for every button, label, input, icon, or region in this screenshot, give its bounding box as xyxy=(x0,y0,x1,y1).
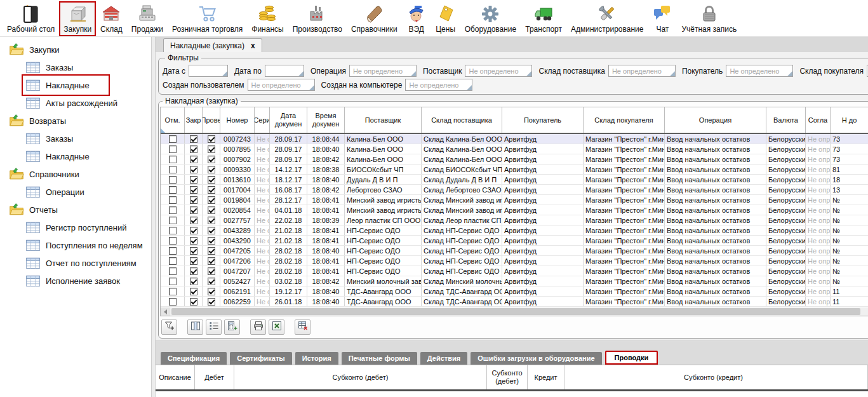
marked-checkbox[interactable] xyxy=(169,237,177,245)
table-row[interactable]: 0017004 Не о 16.08.17 18:08:42 Лебортово… xyxy=(161,185,868,195)
detail-tab[interactable]: Сертификаты xyxy=(230,352,292,365)
closed-checkbox[interactable] xyxy=(190,156,197,163)
toolbar-button[interactable]: Финансы xyxy=(247,1,288,36)
closed-checkbox[interactable] xyxy=(190,257,197,265)
column-header-date[interactable]: Дата докумен xyxy=(270,107,307,133)
tree-item[interactable]: Поступления по неделям xyxy=(0,236,151,254)
closed-checkbox[interactable] xyxy=(190,247,197,255)
closed-checkbox[interactable] xyxy=(190,166,197,173)
closed-checkbox[interactable] xyxy=(190,196,197,204)
numbering-button[interactable] xyxy=(206,320,222,335)
column-header-currency[interactable]: Валюта xyxy=(766,107,806,133)
posted-checkbox[interactable] xyxy=(208,298,215,306)
posted-checkbox[interactable] xyxy=(208,135,215,143)
marked-checkbox[interactable] xyxy=(169,186,177,194)
table-row[interactable]: 0009330 Не о 14.12.17 18:08:38 БИОСОКсбы… xyxy=(161,165,868,175)
filter-input[interactable]: Не определено xyxy=(405,79,472,91)
table-row[interactable]: 0007243 Не о 28.09.17 18:08:44 Калина-Бе… xyxy=(161,134,868,144)
scroll-left-icon[interactable] xyxy=(161,307,170,316)
toolbar-button[interactable]: Рабочий стол xyxy=(3,1,59,36)
closed-checkbox[interactable] xyxy=(190,206,197,214)
toolbar-button[interactable]: Транспорт xyxy=(521,1,566,36)
tab-close-icon[interactable]: x xyxy=(251,42,255,50)
table-settings-button[interactable] xyxy=(295,320,310,335)
tab-invoices-purchase[interactable]: Накладные (закупка) x xyxy=(163,38,262,52)
closed-checkbox[interactable] xyxy=(190,176,197,184)
marked-checkbox[interactable] xyxy=(169,227,177,234)
filter-input[interactable]: Не определено xyxy=(248,79,315,91)
columns-button[interactable] xyxy=(187,320,203,335)
table-row[interactable]: 0043289 Не о 21.02.18 18:08:41 НП-Сервис… xyxy=(161,225,868,236)
posted-checkbox[interactable] xyxy=(208,156,215,163)
toolbar-button[interactable]: Розничная торговля xyxy=(168,1,247,36)
tree-item[interactable]: Отчеты xyxy=(0,201,151,219)
posted-checkbox[interactable] xyxy=(208,176,215,184)
marked-checkbox[interactable] xyxy=(169,206,177,214)
toolbar-button[interactable]: Администрирование xyxy=(566,1,648,36)
closed-checkbox[interactable] xyxy=(190,217,197,224)
table-row[interactable]: 0062191 Не о 19.12.17 18:08:40 ТДС-Аванг… xyxy=(161,286,868,297)
posted-checkbox[interactable] xyxy=(208,186,215,194)
toolbar-button[interactable]: Закупки xyxy=(59,1,96,36)
print-button[interactable] xyxy=(250,320,266,335)
tree-item[interactable]: Исполнение заявок xyxy=(0,272,151,290)
marked-checkbox[interactable] xyxy=(169,176,177,184)
tree-item[interactable]: Закупки xyxy=(0,41,151,58)
posted-checkbox[interactable] xyxy=(208,166,215,173)
toolbar-button[interactable]: Учётная запись xyxy=(677,1,741,36)
toolbar-button[interactable]: Продажи xyxy=(127,1,168,36)
filter-add-button[interactable] xyxy=(161,320,177,335)
column-header-marked[interactable]: Отм. xyxy=(161,107,185,133)
tree-item[interactable]: Накладные xyxy=(0,147,151,165)
table-row[interactable]: 0047206 Не о 28.02.18 18:08:41 НП-Сервис… xyxy=(161,256,868,266)
table-row[interactable]: 0062259 Не о 26.01.18 18:08:40 ТДС-Аванг… xyxy=(161,297,868,307)
column-header-buyer[interactable]: Покупатель xyxy=(502,107,584,133)
posted-checkbox[interactable] xyxy=(208,278,215,285)
tree-item[interactable]: Справочники xyxy=(0,165,151,183)
filter-input[interactable] xyxy=(189,65,228,77)
tree-item[interactable]: Акты расхождений xyxy=(0,94,151,112)
closed-checkbox[interactable] xyxy=(190,267,197,275)
tree-item[interactable]: Регистр поступлений xyxy=(0,219,151,236)
column-header-agreed[interactable]: Согла xyxy=(806,107,831,133)
tree-item[interactable]: Отчет по поступлениям xyxy=(0,254,151,272)
column-header-closed[interactable]: Закр xyxy=(185,107,203,133)
posted-checkbox[interactable] xyxy=(208,196,215,204)
tree-item[interactable]: Заказы xyxy=(0,130,151,147)
export-excel-button[interactable] xyxy=(269,320,284,335)
detail-tab[interactable]: История xyxy=(295,352,338,365)
panel-splitter[interactable] xyxy=(151,37,156,397)
tree-item[interactable]: Заказы xyxy=(0,58,151,76)
marked-checkbox[interactable] xyxy=(169,156,177,163)
detail-tab[interactable]: Печатные формы xyxy=(342,352,417,365)
closed-checkbox[interactable] xyxy=(190,278,197,285)
column-header-buyer-warehouse[interactable]: Склад покупателя xyxy=(584,107,665,133)
table-row[interactable]: 0027757 Не о 22.02.18 18:08:39 Леор плас… xyxy=(161,215,868,225)
marked-checkbox[interactable] xyxy=(169,135,177,143)
posted-checkbox[interactable] xyxy=(208,145,215,153)
closed-checkbox[interactable] xyxy=(190,298,197,306)
closed-checkbox[interactable] xyxy=(190,186,197,194)
scrollbar-thumb[interactable] xyxy=(171,308,860,315)
toolbar-button[interactable]: ВЭД xyxy=(402,1,431,36)
filter-input[interactable] xyxy=(265,65,304,77)
filter-input[interactable]: Не определено xyxy=(349,65,417,77)
column-header-supplier[interactable]: Поставщик xyxy=(345,107,422,133)
column-header-series[interactable]: Сери xyxy=(255,107,270,133)
toolbar-button[interactable]: Склад xyxy=(96,1,127,36)
table-row[interactable]: 0052427 Не о 03.02.18 18:08:42 Минский м… xyxy=(161,276,868,286)
marked-checkbox[interactable] xyxy=(169,257,177,265)
detail-tab[interactable]: Спецификация xyxy=(161,352,227,365)
calculate-button[interactable] xyxy=(224,320,240,335)
marked-checkbox[interactable] xyxy=(169,217,177,224)
column-header-time[interactable]: Время докумен xyxy=(307,107,345,133)
filter-input[interactable]: Не определено xyxy=(726,65,793,77)
marked-checkbox[interactable] xyxy=(169,288,177,295)
tree-item[interactable]: Накладные xyxy=(0,76,151,94)
closed-checkbox[interactable] xyxy=(190,227,197,234)
tree-item[interactable]: Возвраты xyxy=(0,112,151,130)
marked-checkbox[interactable] xyxy=(169,278,177,285)
detail-tab[interactable]: Проводки xyxy=(605,351,658,365)
toolbar-button[interactable]: Справочники xyxy=(347,1,402,36)
closed-checkbox[interactable] xyxy=(190,237,197,245)
